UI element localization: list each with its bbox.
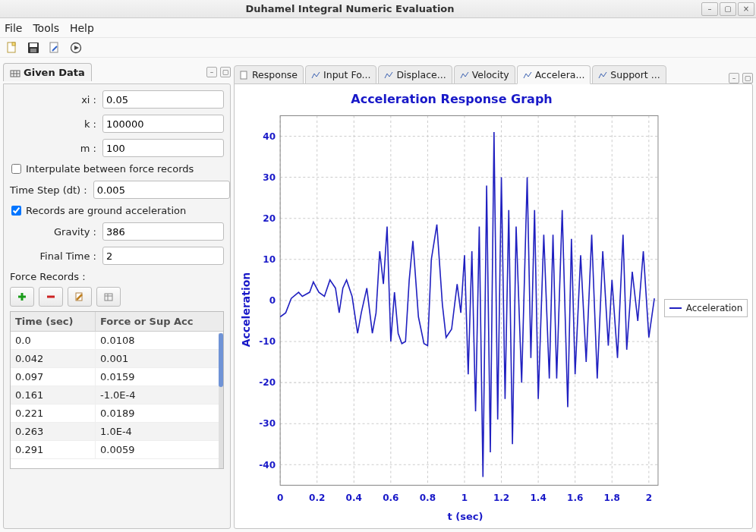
panel-maximize-icon[interactable]: ▢ — [220, 67, 231, 77]
edit-record-button[interactable] — [68, 287, 92, 307]
svg-text:40: 40 — [263, 131, 276, 141]
final-time-input[interactable] — [102, 247, 224, 265]
menu-file[interactable]: File — [5, 22, 22, 34]
table-row[interactable]: 0.0970.0159 — [11, 368, 223, 386]
svg-text:-10: -10 — [259, 336, 276, 347]
svg-text:1.8: 1.8 — [604, 493, 620, 503]
dt-label: Time Step (dt) : — [10, 184, 93, 196]
final-time-label: Final Time : — [10, 250, 102, 262]
interpolate-checkbox[interactable] — [11, 164, 21, 174]
force-records-label: Force Records : — [10, 271, 224, 282]
maximize-button[interactable]: ▢ — [720, 2, 736, 16]
svg-text:1.4: 1.4 — [530, 493, 547, 503]
cell-time: 0.221 — [11, 405, 96, 422]
cell-time: 0.291 — [11, 441, 96, 458]
gravity-input[interactable] — [102, 222, 224, 241]
svg-text:1.2: 1.2 — [493, 493, 509, 503]
k-input[interactable] — [102, 115, 224, 133]
panel-minimize-icon[interactable]: – — [206, 67, 217, 77]
new-file-icon[interactable] — [5, 40, 20, 55]
m-input[interactable] — [102, 139, 224, 157]
col-time-header: Time (sec) — [11, 312, 96, 331]
records-table[interactable]: Time (sec) Force or Sup Acc 0.00.01080.0… — [10, 311, 224, 469]
chart-title: Acceleration Response Graph — [239, 92, 664, 106]
gravity-label: Gravity : — [10, 226, 102, 238]
legend-line-icon — [669, 307, 682, 309]
svg-marker-7 — [74, 46, 79, 50]
chart-panel-maximize-icon[interactable]: ▢ — [742, 73, 753, 83]
table-scrollbar[interactable] — [219, 333, 223, 468]
cell-force: 0.0059 — [96, 441, 223, 458]
svg-text:10: 10 — [263, 254, 276, 265]
col-force-header: Force or Sup Acc — [96, 312, 223, 331]
cell-force: 0.0189 — [96, 405, 223, 422]
cell-time: 0.042 — [11, 350, 96, 367]
chart-legend: Acceleration — [664, 299, 748, 317]
xi-input[interactable] — [102, 90, 224, 109]
close-button[interactable]: × — [738, 2, 754, 16]
cell-time: 0.263 — [11, 423, 96, 440]
save-icon[interactable] — [26, 40, 41, 55]
given-data-tab[interactable]: Given Data — [3, 63, 92, 81]
table-row[interactable]: 0.2210.0189 — [11, 405, 223, 423]
legend-label: Acceleration — [686, 303, 743, 313]
dt-input[interactable] — [93, 181, 230, 199]
open-icon[interactable] — [47, 40, 62, 55]
svg-text:2: 2 — [646, 493, 652, 503]
m-label: m : — [10, 143, 102, 154]
svg-text:-40: -40 — [259, 459, 276, 470]
table-row[interactable]: 0.161-1.0E-4 — [11, 386, 223, 405]
cell-force: 0.001 — [96, 350, 223, 367]
svg-text:0: 0 — [277, 493, 283, 503]
cell-force: 0.0159 — [96, 368, 223, 386]
remove-record-button[interactable] — [39, 287, 63, 307]
chart-icon — [311, 71, 320, 80]
menu-tools[interactable]: Tools — [33, 22, 59, 34]
tab-velocity[interactable]: Velocity — [454, 65, 515, 84]
svg-text:0.6: 0.6 — [383, 493, 398, 503]
given-data-panel: xi : k : m : Interpulate between force r… — [3, 83, 231, 529]
menu-bar: File Tools Help — [0, 18, 756, 38]
svg-text:1.6: 1.6 — [567, 493, 583, 503]
tab-support[interactable]: Support ... — [592, 65, 666, 84]
chart-panel-minimize-icon[interactable]: – — [729, 73, 739, 83]
chart-plot: 00.20.40.60.811.21.41.61.82-40-30-20-100… — [253, 109, 664, 509]
svg-text:0.4: 0.4 — [346, 493, 363, 503]
add-record-button[interactable] — [10, 287, 34, 307]
svg-text:0.2: 0.2 — [309, 493, 325, 503]
minimize-button[interactable]: – — [701, 2, 718, 16]
chart-icon — [384, 71, 393, 80]
ground-accel-checkbox[interactable] — [11, 206, 21, 216]
tab-input-force[interactable]: Input Fo... — [305, 65, 376, 84]
title-bar: Duhamel Integral Numeric Evaluation – ▢ … — [0, 0, 756, 18]
given-data-tab-label: Given Data — [24, 67, 85, 78]
tab-displacement[interactable]: Displace... — [378, 65, 452, 84]
svg-text:30: 30 — [263, 172, 276, 183]
svg-rect-17 — [105, 294, 112, 301]
tab-acceleration[interactable]: Accelera... — [517, 65, 591, 84]
svg-text:0: 0 — [269, 295, 276, 306]
menu-help[interactable]: Help — [70, 22, 94, 34]
chart-panel: Acceleration Response Graph Acceleration… — [234, 83, 753, 529]
table-row[interactable]: 0.0420.001 — [11, 350, 223, 368]
svg-text:0.8: 0.8 — [420, 493, 436, 503]
xi-label: xi : — [10, 94, 102, 105]
cell-time: 0.161 — [11, 386, 96, 404]
toolbar — [0, 38, 756, 58]
svg-rect-3 — [30, 43, 37, 47]
svg-rect-4 — [30, 49, 36, 52]
svg-rect-1 — [12, 42, 15, 46]
run-icon[interactable] — [68, 40, 83, 55]
svg-text:20: 20 — [263, 213, 276, 224]
table-row[interactable]: 0.00.0108 — [11, 332, 223, 350]
cell-force: 0.0108 — [96, 332, 223, 349]
interpolate-label: Interpulate between force records — [26, 163, 194, 175]
cell-time: 0.097 — [11, 368, 96, 386]
import-record-button[interactable] — [96, 287, 121, 307]
table-row[interactable]: 0.2910.0059 — [11, 441, 223, 459]
tab-response[interactable]: Response — [234, 65, 304, 84]
svg-text:-30: -30 — [259, 418, 276, 429]
window-title: Duhamel Integral Numeric Evaluation — [0, 3, 700, 14]
k-label: k : — [10, 118, 102, 130]
table-row[interactable]: 0.2631.0E-4 — [11, 423, 223, 441]
